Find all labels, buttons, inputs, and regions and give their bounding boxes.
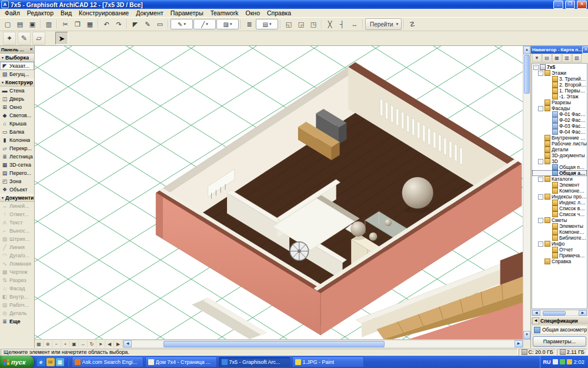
zoom-fit-icon[interactable]: ▣ bbox=[70, 340, 79, 347]
menu-item[interactable]: Параметры bbox=[167, 9, 207, 16]
tree-expander[interactable]: - bbox=[538, 71, 543, 76]
tool-section[interactable]: ⇅ Разрез bbox=[0, 276, 34, 284]
tree-lists[interactable]: - Сметы bbox=[532, 217, 587, 223]
tool-mesh[interactable]: ▦ 3D-сетка bbox=[0, 161, 34, 169]
tree-item[interactable]: 3. Третий этаж bbox=[532, 76, 587, 82]
task-ask-search[interactable]: Ask.com Search Engi... bbox=[72, 357, 143, 367]
tree-expander[interactable]: - bbox=[538, 177, 543, 182]
menu-item[interactable]: Документ bbox=[132, 9, 167, 16]
tree-schedules[interactable]: - Каталоги bbox=[532, 176, 587, 182]
tool-elevation[interactable]: ⌂ Фасад bbox=[0, 284, 34, 293]
tree-item[interactable]: Компоненты bbox=[532, 229, 587, 235]
tree-item[interactable]: Ф-02 Фасад юж... bbox=[532, 117, 587, 123]
scroll-right-icon[interactable]: ▶ bbox=[514, 340, 523, 347]
tree-item[interactable]: Элементы bbox=[532, 223, 587, 229]
scroll-down-icon[interactable]: ▼ bbox=[523, 331, 530, 339]
tool-zone[interactable]: ◰ Зона bbox=[0, 177, 34, 185]
vertical-scrollbar[interactable]: ▲ ▼ bbox=[523, 46, 530, 339]
tree-item[interactable]: Примечания и з... bbox=[532, 253, 587, 258]
tree-expander[interactable]: - bbox=[538, 218, 543, 223]
tool-object[interactable]: ❖ Объект bbox=[0, 185, 34, 194]
tree-scroll-right-icon[interactable]: ▶ bbox=[579, 310, 587, 316]
toolbar-icon[interactable] bbox=[168, 19, 169, 29]
collapse-left-icon[interactable]: ◀ bbox=[532, 317, 539, 324]
tree-item[interactable]: Ф-04 Фасад зап... bbox=[532, 129, 587, 135]
menu-item[interactable]: Вид bbox=[57, 9, 75, 16]
toolbar-icon[interactable] bbox=[240, 19, 242, 29]
project-map-icon[interactable]: ▤ bbox=[542, 54, 552, 62]
viewport-3d-scene[interactable] bbox=[35, 46, 523, 339]
favorites-icon[interactable]: ✦ bbox=[3, 32, 16, 45]
new-icon[interactable]: ▢ bbox=[2, 18, 14, 30]
measure-icon[interactable]: ↔ bbox=[349, 18, 360, 30]
task-archicad[interactable]: 7x5 - Graphisoft Arc... bbox=[219, 357, 290, 367]
navigator-close-icon[interactable]: ✕ bbox=[582, 47, 588, 54]
tray-messenger-icon[interactable] bbox=[567, 359, 572, 364]
goto-button[interactable]: Перейти bbox=[365, 18, 402, 30]
tool-window[interactable]: ⊞ Окно bbox=[0, 103, 34, 111]
layer-combo[interactable]: ▤ bbox=[256, 19, 278, 29]
tree-item[interactable]: Общая перспек... bbox=[532, 164, 587, 170]
tree-3d[interactable]: - 3D bbox=[532, 158, 587, 164]
tree-stories[interactable]: - Этажи bbox=[532, 70, 587, 76]
line-type-combo[interactable]: ╱ bbox=[193, 19, 216, 29]
layers-icon[interactable]: ≣ bbox=[243, 18, 255, 30]
tray-volume-icon[interactable] bbox=[553, 359, 558, 364]
explore-icon[interactable]: ➤ bbox=[96, 340, 105, 347]
toolbar-icon[interactable] bbox=[126, 19, 128, 29]
tree-interior-views[interactable]: Внутренние виды bbox=[532, 135, 587, 141]
eraser-icon[interactable]: ▭ bbox=[154, 18, 166, 30]
maximize-button[interactable]: ❐ bbox=[565, 1, 575, 9]
toolbox-section-document[interactable]: Документи bbox=[0, 194, 34, 202]
toolbar-icon[interactable] bbox=[280, 19, 281, 29]
toolbox-close-icon[interactable]: ✕ bbox=[29, 47, 33, 52]
zoom-out-icon[interactable]: − bbox=[52, 340, 61, 347]
tree-scroll-thumb[interactable] bbox=[543, 311, 566, 316]
tool-drawing[interactable]: ▩ Чертеж bbox=[0, 268, 34, 276]
toolbar-icon[interactable] bbox=[56, 19, 58, 29]
toolbox-section-design[interactable]: Конструир bbox=[0, 78, 34, 87]
tree-item[interactable]: Библиотека по... bbox=[532, 235, 587, 241]
tool-beam[interactable]: ▭ Балка bbox=[0, 128, 34, 136]
tree-elevations[interactable]: - Фасады bbox=[532, 105, 587, 111]
menu-item[interactable]: Редактор bbox=[24, 9, 57, 16]
group-icon[interactable]: ◱ bbox=[283, 18, 295, 30]
tool-detail[interactable]: ◎ Деталь bbox=[0, 309, 34, 317]
tool-marquee[interactable]: ▧ Бегущ... bbox=[0, 70, 34, 78]
origin-icon[interactable]: ⊕ bbox=[44, 340, 52, 347]
zoom-in-icon[interactable]: + bbox=[61, 340, 70, 347]
tool-text[interactable]: A Текст bbox=[0, 218, 34, 227]
toolbox-more[interactable]: ≣ Еще bbox=[0, 317, 34, 326]
tray-antivirus-icon[interactable] bbox=[560, 359, 565, 364]
menu-item[interactable]: Конструирование bbox=[75, 9, 132, 16]
viewport-canvas[interactable] bbox=[35, 46, 523, 339]
trim-icon[interactable]: ┤ bbox=[336, 18, 348, 30]
tool-skylight[interactable]: ◆ Светов... bbox=[0, 111, 34, 120]
tool-wall[interactable]: ▬ Стена bbox=[0, 87, 34, 95]
tree-worksheets[interactable]: Рабочие листы bbox=[532, 141, 587, 147]
pen-weight-combo[interactable]: ✎ bbox=[171, 19, 193, 29]
tree-project-indexes[interactable]: - Индексы проекта bbox=[532, 194, 587, 200]
tree-item[interactable]: Ф-01 Фасад сев... bbox=[532, 111, 587, 117]
orbit-icon[interactable]: ↻ bbox=[88, 340, 96, 347]
tree-3d-documents[interactable]: 3D-документы bbox=[532, 152, 587, 158]
pen-set-icon[interactable]: ✎ bbox=[18, 32, 31, 45]
tree-project-root[interactable]: - 7x5 bbox=[532, 64, 587, 70]
horizontal-scrollbar[interactable]: ◀ ▶ bbox=[123, 340, 523, 348]
tree-item[interactable]: Список чертежей bbox=[532, 211, 587, 217]
tree-horizontal-scrollbar[interactable]: ◀ ▶ bbox=[532, 310, 587, 316]
minimize-button[interactable]: _ bbox=[553, 1, 563, 9]
start-button[interactable]: пуск bbox=[0, 356, 34, 368]
specifications-header[interactable]: ◀ Спецификации bbox=[531, 316, 588, 324]
tree-info[interactable]: - Инфо bbox=[532, 241, 587, 247]
scroll-left-icon[interactable]: ◀ bbox=[123, 340, 132, 347]
tree-item[interactable]: Список видов bbox=[532, 205, 587, 211]
copy-icon[interactable]: ❐ bbox=[72, 18, 83, 30]
tool-level-dimension[interactable]: ↑ Отмет... bbox=[0, 210, 34, 218]
ungroup-icon[interactable]: ◲ bbox=[295, 18, 307, 30]
grid-snap-icon[interactable]: ▦ bbox=[35, 340, 44, 347]
toolbar-icon[interactable] bbox=[403, 19, 405, 29]
paste-icon[interactable]: ▦ bbox=[84, 18, 96, 30]
publisher-icon[interactable]: ▧ bbox=[572, 54, 582, 62]
language-indicator[interactable]: RU bbox=[543, 359, 551, 365]
